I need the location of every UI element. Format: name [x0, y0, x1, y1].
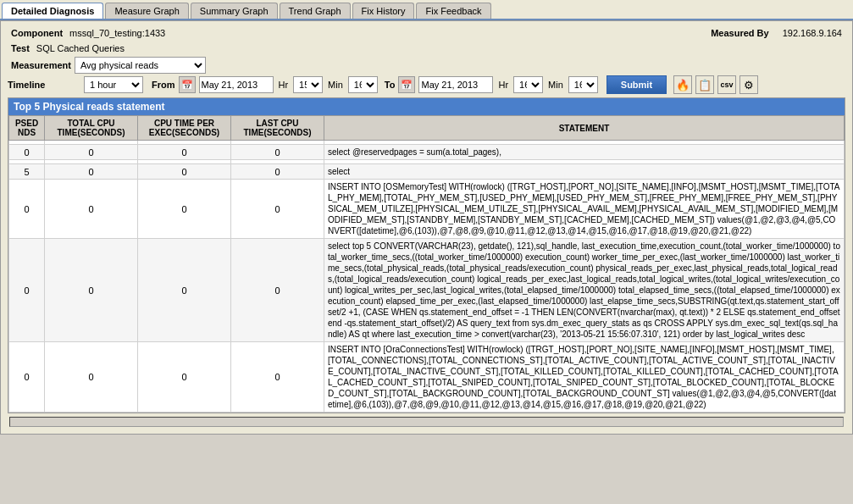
cell-psed: 0	[9, 342, 45, 413]
data-table: PSEDNDS TOTAL CPUTIME(SECONDS) CPU TIME …	[8, 115, 845, 413]
table-row: 0000INSERT INTO [OraConnectionsTest] WIT…	[9, 342, 845, 413]
fire-button[interactable]: 🔥	[673, 75, 692, 94]
measured-by-label: Measured By	[707, 26, 772, 40]
cell-statement: select	[324, 164, 845, 180]
test-label: Test	[8, 42, 33, 55]
cell-psed: 0	[9, 239, 45, 342]
col-header-total-cpu: TOTAL CPUTIME(SECONDS)	[45, 116, 138, 141]
cell-last-cpu: 0	[231, 239, 324, 342]
cell-cpu-per: 0	[138, 145, 231, 160]
timeline-select[interactable]: 1 hour	[84, 76, 143, 93]
submit-button[interactable]: Submit	[607, 75, 667, 94]
tab-fix-history[interactable]: Fix History	[352, 3, 415, 19]
tab-fix-feedback[interactable]: Fix Feedback	[416, 3, 490, 19]
tab-trend-graph[interactable]: Trend Graph	[280, 3, 351, 19]
cell-total-cpu: 0	[45, 180, 138, 239]
cell-total-cpu: 0	[45, 145, 138, 160]
table-row: 0000INSERT INTO [OSMemoryTest] WITH(rowl…	[9, 180, 845, 239]
cell-statement: select top 5 CONVERT(VARCHAR(23), getdat…	[324, 239, 845, 342]
table-row: 5000select	[9, 164, 845, 180]
calendar-from-icon[interactable]: 📅	[179, 76, 196, 93]
horizontal-scrollbar[interactable]	[9, 417, 844, 427]
table-section: Top 5 Physical reads statement PSEDNDS T…	[8, 97, 845, 413]
tab-bar: Detailed Diagnosis Measure Graph Summary…	[0, 0, 853, 20]
main-content: Component mssql_70_testing:1433 Measured…	[0, 20, 853, 435]
from-label: From	[152, 80, 175, 90]
cell-last-cpu: 0	[231, 342, 324, 413]
min-from-select[interactable]: 16	[348, 76, 378, 93]
cell-last-cpu: 0	[231, 180, 324, 239]
to-label: To	[385, 80, 396, 90]
csv-button[interactable]: csv	[717, 75, 736, 94]
timeline-row: Timeline 1 hour From 📅 Hr 15 Min 16 To 📅…	[8, 75, 845, 94]
tab-measure-graph[interactable]: Measure Graph	[105, 3, 188, 19]
cell-total-cpu: 0	[45, 342, 138, 413]
date-to-input[interactable]	[418, 76, 493, 93]
hr-to-select[interactable]: 16	[513, 76, 543, 93]
hr-label-from: Hr	[279, 80, 289, 90]
measurement-label: Measurement	[8, 58, 75, 72]
col-header-cpu-per: CPU TIME PEREXEC(SECONDS)	[138, 116, 231, 141]
cell-cpu-per: 0	[138, 180, 231, 239]
cell-psed: 0	[9, 145, 45, 160]
cell-statement: select @reservedpages = sum(a.total_page…	[324, 145, 845, 160]
hr-from-select[interactable]: 15	[293, 76, 323, 93]
cell-psed: 5	[9, 164, 45, 180]
cell-statement: INSERT INTO [OSMemoryTest] WITH(rowlock)…	[324, 180, 845, 239]
table-row: 0000select @reservedpages = sum(a.total_…	[9, 145, 845, 160]
cell-total-cpu: 0	[45, 239, 138, 342]
measured-by-value: 192.168.9.164	[779, 26, 845, 40]
settings-button[interactable]: ⚙	[739, 75, 758, 94]
min-label-to: Min	[548, 80, 563, 90]
test-value: SQL Cached Queries	[33, 42, 128, 55]
date-from-input[interactable]	[199, 76, 274, 93]
min-to-select[interactable]: 16	[568, 76, 598, 93]
tab-detailed-diagnosis[interactable]: Detailed Diagnosis	[2, 3, 103, 19]
measurement-select[interactable]: Avg physical reads	[75, 57, 206, 74]
copy-button[interactable]: 📋	[695, 75, 714, 94]
cell-statement: INSERT INTO [OraConnectionsTest] WITH(ro…	[324, 342, 845, 413]
table-row: 0000select top 5 CONVERT(VARCHAR(23), ge…	[9, 239, 845, 342]
tab-summary-graph[interactable]: Summary Graph	[191, 3, 278, 19]
cell-psed: 0	[9, 180, 45, 239]
component-value: mssql_70_testing:1433	[66, 26, 673, 40]
col-header-last-cpu: LAST CPUTIME(SECONDS)	[231, 116, 324, 141]
cell-cpu-per: 0	[138, 239, 231, 342]
calendar-to-icon[interactable]: 📅	[398, 76, 415, 93]
min-label-from: Min	[328, 80, 343, 90]
col-header-statement: STATEMENT	[324, 116, 845, 141]
col-header-psed: PSEDNDS	[9, 116, 45, 141]
timeline-label: Timeline	[8, 80, 80, 90]
cell-cpu-per: 0	[138, 342, 231, 413]
table-title: Top 5 Physical reads statement	[8, 98, 845, 115]
cell-last-cpu: 0	[231, 164, 324, 180]
cell-last-cpu: 0	[231, 145, 324, 160]
hr-label-to: Hr	[498, 80, 508, 90]
component-label: Component	[8, 26, 66, 40]
cell-cpu-per: 0	[138, 164, 231, 180]
cell-total-cpu: 0	[45, 164, 138, 180]
